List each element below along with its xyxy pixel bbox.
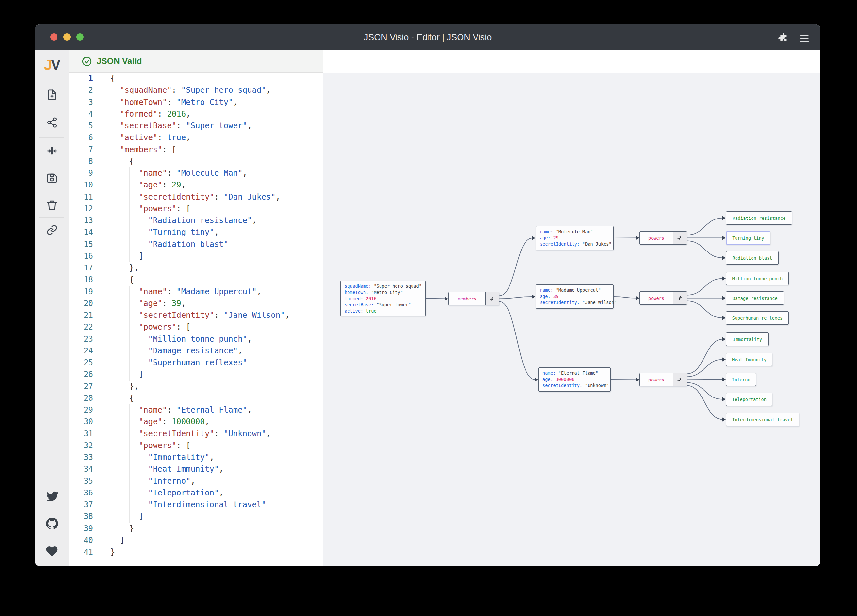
collapse-node-icon[interactable]	[673, 373, 687, 386]
graph-node-l8[interactable]: Heat Immunity	[726, 353, 772, 366]
graph-node-l1[interactable]: Radiation resistance	[726, 211, 792, 225]
collapse-node-icon[interactable]	[673, 232, 687, 244]
graph-node-p3[interactable]: powers	[639, 373, 687, 386]
graph-node-m2[interactable]: name: "Madame Uppercut"age: 39secretIden…	[536, 285, 614, 309]
graph-node-l11[interactable]: Interdimensional travel	[726, 413, 799, 426]
node-label: powers	[640, 292, 673, 304]
collapse-node-icon[interactable]	[673, 292, 687, 304]
graph-node-l3[interactable]: Radiation blast	[726, 251, 779, 265]
collapse-node-icon[interactable]	[485, 293, 499, 305]
app-window: JSON Visio - Editor | JSON Visio JV	[35, 25, 820, 566]
node-label: members	[449, 293, 485, 305]
node-label: powers	[640, 373, 673, 386]
graph-node-l2[interactable]: Turning tiny	[726, 231, 770, 245]
graph-node-l7[interactable]: Immortality	[726, 333, 769, 346]
graph-node-m3[interactable]: name: "Eternal Flame"age: 1000000secretI…	[538, 367, 611, 392]
graph-node-p1[interactable]: powers	[639, 231, 687, 245]
node-label: powers	[640, 232, 673, 244]
graph-node-p2[interactable]: powers	[639, 291, 687, 305]
graph-node-members[interactable]: members	[449, 292, 500, 305]
graph-node-l9[interactable]: Inferno	[726, 373, 756, 386]
graph-node-l4[interactable]: Million tonne punch	[726, 272, 789, 285]
graph-node-root[interactable]: squadName: "Super hero squad"homeTown: "…	[340, 280, 425, 316]
graph-node-l5[interactable]: Damage resistance	[726, 291, 784, 305]
graph-node-m1[interactable]: name: "Molecule Man"age: 29secretIdentit…	[536, 226, 614, 250]
graph-node-l10[interactable]: Teleportation	[726, 393, 772, 406]
graph-node-l6[interactable]: Superhuman reflexes	[726, 311, 789, 325]
graph-edges	[35, 25, 820, 566]
